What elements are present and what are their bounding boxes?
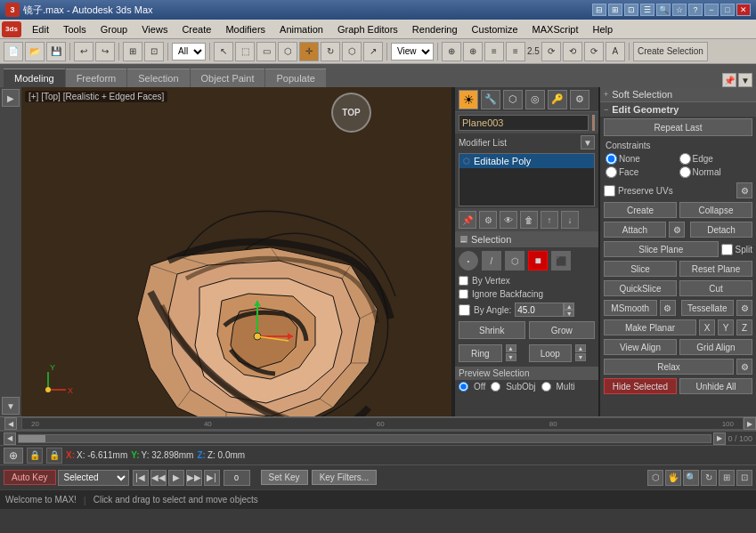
tb-snap1[interactable]: ⊕ xyxy=(442,42,461,61)
app-logo[interactable]: 3ds xyxy=(2,21,21,37)
menu-maxscript[interactable]: MAXScript xyxy=(525,22,586,36)
close-button[interactable]: ✕ xyxy=(736,4,751,16)
ruler-left-arrow[interactable]: ◀ xyxy=(0,417,21,430)
menu-customize[interactable]: Customize xyxy=(465,22,525,36)
preview-multi-radio[interactable] xyxy=(541,382,551,392)
coord-icon-2[interactable]: 🔒 xyxy=(46,448,62,464)
make-planar-btn[interactable]: Make Planar xyxy=(604,319,696,335)
loop-up-btn[interactable]: ▲ xyxy=(575,344,586,352)
filter-select[interactable]: All xyxy=(172,43,206,61)
edit-geometry-header[interactable]: − Edit Geometry xyxy=(600,101,756,117)
move-down-btn[interactable]: ↓ xyxy=(561,211,579,229)
nav-gizmo[interactable]: TOP xyxy=(331,93,371,133)
loop-down-btn[interactable]: ▼ xyxy=(575,353,586,361)
track-next-btn[interactable]: ▶ xyxy=(713,432,726,445)
modifier-list-box[interactable]: ⬡ Editable Poly xyxy=(459,153,595,206)
border-mode-btn[interactable]: ⬡ xyxy=(505,251,524,271)
rotate-btn[interactable]: ↻ xyxy=(321,42,340,61)
redo-btn[interactable]: ↪ xyxy=(95,42,115,61)
lasso-btn[interactable]: ⬡ xyxy=(278,42,297,61)
ruler-right-arrow[interactable]: ▶ xyxy=(744,417,756,430)
next-key-btn[interactable]: ▶▶ xyxy=(186,470,202,486)
set-key-btn[interactable]: Set Key xyxy=(261,470,308,485)
prev-frame-btn[interactable]: |◀ xyxy=(133,470,149,486)
tb-r2[interactable]: ⟲ xyxy=(563,42,582,61)
tab-populate[interactable]: Populate xyxy=(265,69,325,87)
move-btn[interactable]: ✛ xyxy=(299,42,319,61)
menu-views[interactable]: Views xyxy=(134,22,175,36)
mod-icon-6[interactable]: ⚙ xyxy=(570,90,589,109)
relax-btn[interactable]: Relax xyxy=(604,359,734,375)
icon-btn-search[interactable]: 🔍 xyxy=(656,4,671,16)
select-btn[interactable]: ↖ xyxy=(214,42,233,61)
object-color-swatch[interactable] xyxy=(592,115,595,131)
key-filters-btn[interactable]: Key Filters... xyxy=(312,470,378,485)
y-btn[interactable]: Y xyxy=(718,319,734,335)
vp-nav-3[interactable]: 🔍 xyxy=(683,470,699,486)
constraint-edge-radio[interactable] xyxy=(679,153,691,165)
ring-down-btn[interactable]: ▼ xyxy=(506,353,516,361)
tb-ref[interactable]: ↗ xyxy=(363,42,383,61)
scale-btn[interactable]: ⬡ xyxy=(342,42,362,61)
tab-object-paint[interactable]: Object Paint xyxy=(191,69,265,87)
selected-dropdown[interactable]: Selected xyxy=(58,470,129,486)
open-btn[interactable]: 📂 xyxy=(25,42,45,61)
pin-btn[interactable]: 📌 xyxy=(459,211,476,229)
attach-btn[interactable]: Attach xyxy=(604,222,666,238)
vp-nav-4[interactable]: ↻ xyxy=(701,470,717,486)
menu-modifiers[interactable]: Modifiers xyxy=(218,22,272,36)
left-btn-bottom[interactable]: ▼ xyxy=(2,397,20,415)
mod-icon-5[interactable]: 🔑 xyxy=(548,90,567,109)
new-btn[interactable]: 📄 xyxy=(4,42,23,61)
menu-tools[interactable]: Tools xyxy=(56,22,93,36)
viewport[interactable]: [+] [Top] [Realistic + Edged Faces] TOP xyxy=(21,87,453,416)
tessellate-btn[interactable]: Tessellate xyxy=(681,300,735,316)
create-btn[interactable]: Create xyxy=(604,202,677,218)
soft-selection-header[interactable]: + Soft Selection xyxy=(600,87,756,101)
detach-btn[interactable]: Detach xyxy=(690,222,752,238)
vp-nav-6[interactable]: ⊡ xyxy=(736,470,752,486)
tab-modeling[interactable]: Modeling xyxy=(4,69,65,87)
ruler-track[interactable]: 20 40 60 80 100 xyxy=(21,417,744,430)
tessellate-settings-btn[interactable]: ⚙ xyxy=(736,300,752,316)
select-region-btn[interactable]: ⬚ xyxy=(235,42,255,61)
grow-btn[interactable]: Grow xyxy=(529,321,596,339)
menu-help[interactable]: Help xyxy=(586,22,621,36)
edge-mode-btn[interactable]: / xyxy=(482,251,501,271)
play-btn[interactable]: ▶ xyxy=(168,470,184,486)
rect-select-btn[interactable]: ▭ xyxy=(256,42,276,61)
vp-nav-1[interactable]: ⬡ xyxy=(647,470,663,486)
cut-btn[interactable]: Cut xyxy=(679,280,752,296)
vp-nav-2[interactable]: 🖐 xyxy=(665,470,681,486)
view-align-btn[interactable]: View Align xyxy=(604,339,677,355)
frame-input[interactable]: 0 xyxy=(224,470,250,486)
constraint-face-radio[interactable] xyxy=(606,166,617,178)
modifier-item-editable-poly[interactable]: ⬡ Editable Poly xyxy=(459,154,594,168)
angle-up-btn[interactable]: ▲ xyxy=(564,303,574,310)
mod-icon-4[interactable]: ◎ xyxy=(525,90,545,109)
next-frame-btn[interactable]: ▶| xyxy=(204,470,220,486)
split-check[interactable] xyxy=(721,244,733,255)
tb-r1[interactable]: ⟳ xyxy=(541,42,561,61)
configure-btn[interactable]: ⚙ xyxy=(479,211,497,229)
create-selection-btn[interactable]: Create Selection xyxy=(633,42,708,61)
loop-btn[interactable]: Loop xyxy=(529,344,573,362)
attach-settings-btn[interactable]: ⚙ xyxy=(669,222,685,238)
slice-btn[interactable]: Slice xyxy=(604,261,677,277)
menu-animation[interactable]: Animation xyxy=(272,22,330,36)
tab-freeform[interactable]: Freeform xyxy=(66,69,127,87)
icon-btn-help[interactable]: ? xyxy=(688,4,703,16)
tab-collapse-btn[interactable]: ▼ xyxy=(738,73,752,87)
mod-icon-1[interactable]: ☀ xyxy=(459,90,478,109)
move-up-btn[interactable]: ↑ xyxy=(541,211,558,229)
menu-edit[interactable]: Edit xyxy=(25,22,56,36)
view-select[interactable]: View xyxy=(391,43,434,61)
sel-collapse-btn[interactable]: − xyxy=(460,236,467,243)
preserve-uvs-settings-btn[interactable]: ⚙ xyxy=(736,182,752,198)
msmooth-btn[interactable]: MSmooth xyxy=(604,300,657,316)
angle-down-btn[interactable]: ▼ xyxy=(564,310,574,317)
save-btn[interactable]: 💾 xyxy=(46,42,66,61)
minimize-button[interactable]: − xyxy=(704,4,719,16)
grid-align-btn[interactable]: Grid Align xyxy=(679,339,752,355)
tab-selection[interactable]: Selection xyxy=(127,69,189,87)
